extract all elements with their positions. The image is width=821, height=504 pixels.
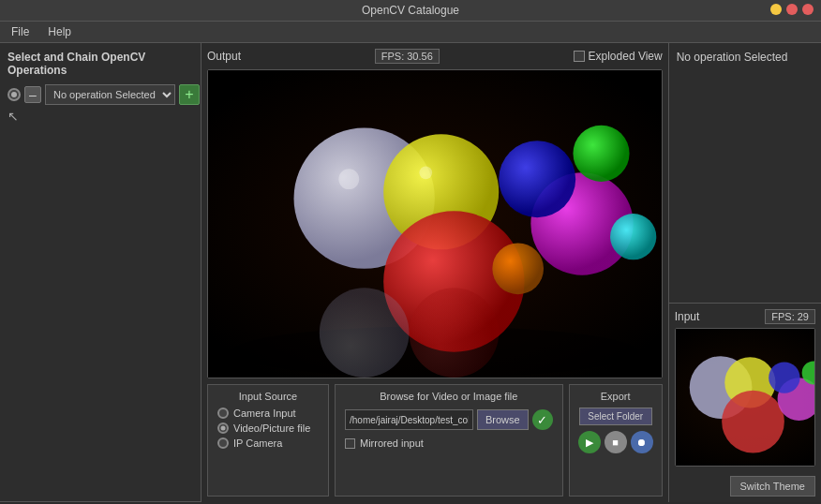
mirrored-row: Mirrored input	[345, 437, 553, 449]
title-bar: OpenCV Catalogue	[0, 0, 821, 22]
svg-point-7	[573, 126, 629, 182]
right-panel: No operation Selected Input FPS: 29	[668, 43, 821, 502]
input-preview-area: Input FPS: 29	[669, 304, 821, 472]
ornament-svg	[208, 70, 662, 378]
svg-point-11	[410, 288, 500, 378]
stop-button[interactable]: ■	[605, 431, 627, 453]
input-preview-svg	[676, 329, 814, 466]
svg-point-8	[610, 214, 656, 259]
svg-point-10	[320, 288, 410, 378]
operation-select[interactable]: No operation Selected	[45, 84, 175, 105]
browse-title: Browse for Video or Image file	[345, 391, 553, 402]
input-preview	[675, 328, 815, 467]
input-source-title: Input Source	[217, 391, 319, 402]
input-label: Input	[675, 310, 700, 323]
media-controls: ▶ ■ ⏺	[578, 431, 653, 453]
input-fps: FPS: 29	[765, 309, 815, 324]
export-title: Export	[601, 391, 631, 402]
mirrored-label: Mirrored input	[360, 437, 424, 449]
ornament-scene	[208, 70, 662, 378]
switch-theme-button[interactable]: Switch Theme	[730, 476, 816, 497]
select-folder-button[interactable]: Select Folder	[579, 408, 652, 425]
svg-point-6	[499, 141, 575, 217]
svg-point-12	[338, 169, 359, 189]
export-panel: Export Select Folder ▶ ■ ⏺	[569, 384, 663, 497]
exploded-row: Exploded View	[574, 50, 663, 63]
confirm-icon: ✓	[532, 409, 553, 430]
main-layout: Select and Chain OpenCV Operations – No …	[0, 43, 821, 502]
input-header: Input FPS: 29	[675, 309, 815, 324]
menu-help[interactable]: Help	[44, 24, 75, 39]
input-source-panel: Input Source Camera Input Video/Picture …	[207, 384, 329, 497]
record-button[interactable]: ⏺	[631, 431, 653, 453]
ip-camera-radio[interactable]	[217, 437, 229, 449]
cursor-indicator: ↖	[7, 105, 193, 127]
browse-panel: Browse for Video or Image file Browse ✓ …	[335, 384, 563, 497]
output-header: Output FPS: 30.56 Exploded View	[207, 49, 663, 64]
no-operation-text: No operation Selected	[677, 51, 788, 64]
no-operation-area: No operation Selected	[669, 43, 821, 304]
exploded-checkbox[interactable]	[574, 51, 585, 62]
file-path-input[interactable]	[345, 409, 473, 430]
output-video	[207, 69, 663, 378]
ip-camera-option[interactable]: IP Camera	[217, 437, 319, 449]
video-input-option[interactable]: Video/Picture file	[217, 422, 319, 434]
operations-panel: Select and Chain OpenCV Operations – No …	[0, 43, 201, 502]
center-panel: Output FPS: 30.56 Exploded View	[202, 43, 668, 502]
mirrored-checkbox[interactable]	[345, 438, 355, 449]
browse-row: Browse ✓	[345, 409, 553, 430]
operation-row: – No operation Selected +	[7, 84, 193, 105]
operation-radio[interactable]	[7, 88, 21, 101]
video-label: Video/Picture file	[233, 422, 310, 434]
panel-title: Select and Chain OpenCV Operations	[7, 51, 193, 77]
svg-point-13	[419, 167, 432, 180]
bottom-section: Input Source Camera Input Video/Picture …	[207, 384, 663, 497]
menu-bar: File Help	[0, 22, 821, 43]
svg-point-9	[492, 244, 544, 295]
video-radio[interactable]	[217, 422, 229, 434]
ip-camera-label: IP Camera	[233, 437, 282, 449]
add-operation-button[interactable]: +	[179, 84, 200, 105]
output-fps: FPS: 30.56	[375, 49, 440, 64]
play-button[interactable]: ▶	[578, 431, 601, 453]
svg-point-19	[769, 362, 799, 393]
maximize-button[interactable]	[786, 4, 798, 15]
camera-input-option[interactable]: Camera Input	[217, 408, 319, 419]
menu-file[interactable]: File	[7, 24, 33, 39]
window-controls	[770, 4, 814, 15]
svg-point-17	[722, 391, 784, 453]
exploded-label: Exploded View	[589, 50, 663, 63]
camera-radio[interactable]	[217, 408, 229, 419]
remove-operation-button[interactable]: –	[24, 86, 41, 103]
left-panel: Select and Chain OpenCV Operations – No …	[0, 43, 202, 502]
output-label: Output	[207, 50, 241, 63]
browse-button[interactable]: Browse	[477, 409, 529, 430]
app-title: OpenCV Catalogue	[362, 4, 459, 17]
close-button[interactable]	[802, 4, 814, 15]
minimize-button[interactable]	[770, 4, 782, 15]
camera-label: Camera Input	[233, 408, 296, 419]
